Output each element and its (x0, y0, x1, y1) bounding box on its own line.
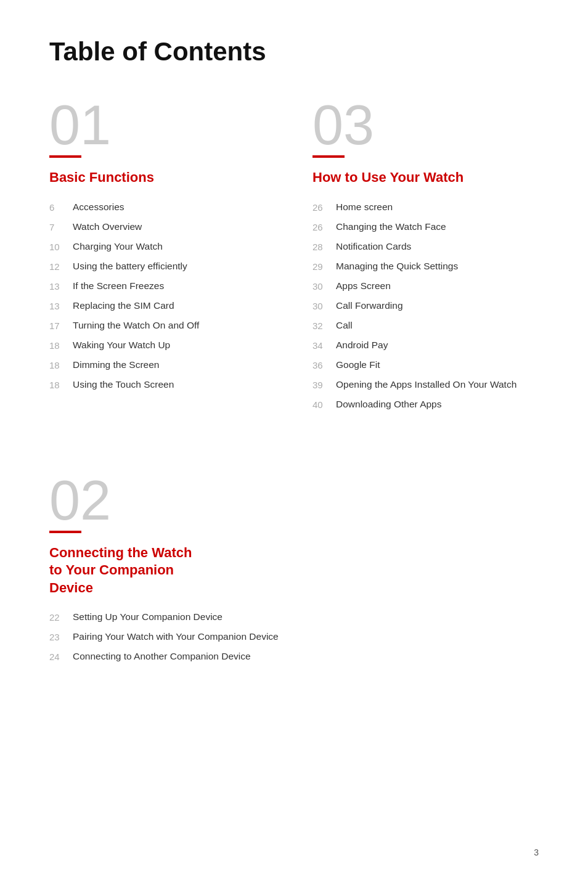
toc-page: 23 (49, 630, 73, 643)
list-item: 34 Android Pay (312, 338, 539, 352)
list-item: 6 Accessories (49, 200, 276, 214)
list-item: 36 Google Fit (312, 358, 539, 372)
toc-text: Using the Touch Screen (73, 378, 276, 391)
toc-text: Charging Your Watch (73, 240, 276, 253)
list-item: 10 Charging Your Watch (49, 240, 276, 253)
toc-page: 30 (312, 279, 336, 293)
list-item: 17 Turning the Watch On and Off (49, 319, 276, 332)
toc-text: Accessories (73, 200, 276, 214)
toc-text: Google Fit (336, 358, 539, 372)
toc-page: 10 (49, 240, 73, 253)
toc-page: 28 (312, 240, 336, 253)
toc-text: Pairing Your Watch with Your Companion D… (73, 630, 539, 643)
list-item: 18 Using the Touch Screen (49, 378, 276, 391)
toc-page: 13 (49, 279, 73, 293)
list-item: 28 Notification Cards (312, 240, 539, 253)
toc-page: 22 (49, 610, 73, 624)
list-item: 39 Opening the Apps Installed On Your Wa… (312, 378, 539, 391)
toc-page: 24 (49, 650, 73, 663)
list-item: 13 If the Screen Freezes (49, 279, 276, 293)
toc-text: Android Pay (336, 338, 539, 352)
section-01-title: Basic Functions (49, 169, 276, 187)
toc-text: Waking Your Watch Up (73, 338, 276, 352)
toc-text: Turning the Watch On and Off (73, 319, 276, 332)
toc-text: Setting Up Your Companion Device (73, 610, 539, 624)
list-item: 23 Pairing Your Watch with Your Companio… (49, 630, 539, 643)
section-02-number: 02 (49, 473, 539, 528)
toc-page: 7 (49, 220, 73, 234)
toc-text: Notification Cards (336, 240, 539, 253)
list-item: 22 Setting Up Your Companion Device (49, 610, 539, 624)
main-content: 01 Basic Functions 6 Accessories 7 Watch… (49, 97, 539, 436)
toc-page: 40 (312, 398, 336, 411)
toc-page: 26 (312, 220, 336, 234)
list-item: 29 Managing the Quick Settings (312, 259, 539, 273)
toc-text: Apps Screen (336, 279, 539, 293)
toc-page: 18 (49, 358, 73, 372)
section-03-container: 03 How to Use Your Watch 26 Home screen … (312, 97, 539, 436)
toc-page: 39 (312, 378, 336, 391)
toc-page: 29 (312, 259, 336, 273)
page-number: 3 (534, 847, 539, 857)
list-item: 24 Connecting to Another Companion Devic… (49, 650, 539, 663)
section-02-title: Connecting the Watchto Your CompanionDev… (49, 544, 539, 597)
list-item: 13 Replacing the SIM Card (49, 299, 276, 312)
page-title: Table of Contents (49, 37, 539, 67)
list-item: 26 Changing the Watch Face (312, 220, 539, 234)
toc-page: 32 (312, 319, 336, 332)
list-item: 18 Waking Your Watch Up (49, 338, 276, 352)
section-03-list: 26 Home screen 26 Changing the Watch Fac… (312, 200, 539, 411)
section-02-container: 02 Connecting the Watchto Your Companion… (49, 473, 539, 664)
toc-page: 18 (49, 378, 73, 391)
toc-page: 18 (49, 338, 73, 352)
list-item: 32 Call (312, 319, 539, 332)
toc-page: 6 (49, 200, 73, 214)
toc-text: Dimming the Screen (73, 358, 276, 372)
section-01-number: 01 (49, 97, 276, 153)
list-item: 30 Apps Screen (312, 279, 539, 293)
section-02-list: 22 Setting Up Your Companion Device 23 P… (49, 610, 539, 663)
toc-text: If the Screen Freezes (73, 279, 276, 293)
list-item: 18 Dimming the Screen (49, 358, 276, 372)
list-item: 7 Watch Overview (49, 220, 276, 234)
toc-text: Using the battery efficiently (73, 259, 276, 273)
list-item: 40 Downloading Other Apps (312, 398, 539, 411)
toc-text: Changing the Watch Face (336, 220, 539, 234)
toc-text: Call Forwarding (336, 299, 539, 312)
section-03-number: 03 (312, 97, 539, 153)
section-01-list: 6 Accessories 7 Watch Overview 10 Chargi… (49, 200, 276, 391)
toc-page: 17 (49, 319, 73, 332)
toc-page: 26 (312, 200, 336, 214)
toc-page: 34 (312, 338, 336, 352)
toc-text: Replacing the SIM Card (73, 299, 276, 312)
toc-text: Home screen (336, 200, 539, 214)
toc-text: Opening the Apps Installed On Your Watch (336, 378, 539, 391)
toc-page: 36 (312, 358, 336, 372)
section-03-title: How to Use Your Watch (312, 169, 539, 187)
toc-text: Connecting to Another Companion Device (73, 650, 539, 663)
toc-page: 13 (49, 299, 73, 312)
toc-text: Watch Overview (73, 220, 276, 234)
list-item: 30 Call Forwarding (312, 299, 539, 312)
toc-text: Downloading Other Apps (336, 398, 539, 411)
toc-page: 12 (49, 259, 73, 273)
toc-text: Managing the Quick Settings (336, 259, 539, 273)
list-item: 26 Home screen (312, 200, 539, 214)
toc-text: Call (336, 319, 539, 332)
toc-page: 30 (312, 299, 336, 312)
section-01-container: 01 Basic Functions 6 Accessories 7 Watch… (49, 97, 276, 436)
list-item: 12 Using the battery efficiently (49, 259, 276, 273)
